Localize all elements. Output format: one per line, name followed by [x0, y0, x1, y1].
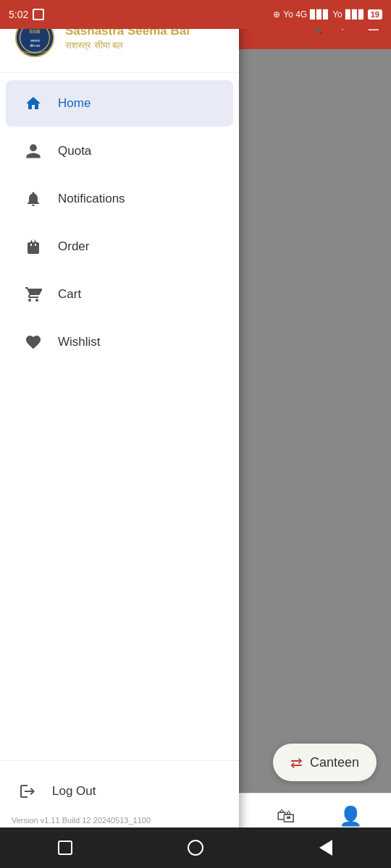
signal-bars: ▊▊▊ [310, 9, 329, 20]
network-yo: Yo [332, 9, 342, 20]
drawer-nav: Home Quota Notifications [0, 73, 239, 760]
square-icon [58, 841, 72, 855]
wishlist-nav-icon [23, 332, 43, 352]
nav-label-cart: Cart [58, 287, 81, 302]
nav-label-order: Order [58, 239, 89, 254]
back-icon [319, 840, 332, 856]
logout-label: Log Out [52, 784, 96, 799]
canteen-label: Canteen [310, 755, 359, 770]
ssb-subtitle: सशस्त्र सीमा बल [65, 40, 190, 51]
nav-label-home: Home [58, 96, 91, 111]
nav-back-button[interactable] [311, 833, 340, 862]
nav-home-button[interactable] [181, 833, 210, 862]
nav-item-home[interactable]: Home [6, 80, 233, 127]
canteen-fab[interactable]: ⇄ Canteen [273, 744, 377, 781]
status-icon [33, 9, 44, 20]
status-right: ⊕ Yo 4G ▊▊▊ Yo ▊▊▊ 19 [273, 9, 382, 20]
battery-icon: 19 [368, 9, 382, 20]
nav-item-cart[interactable]: Cart [6, 271, 233, 318]
nav-label-quota: Quota [58, 144, 91, 158]
signal-icon: ⊕ [273, 9, 280, 20]
signal-bars-2: ▊▊▊ [345, 9, 365, 20]
android-nav-bar [0, 827, 391, 868]
nav-item-wishlist[interactable]: Wishlist [6, 319, 233, 365]
nav-item-notifications[interactable]: Notifications [6, 176, 233, 222]
svg-text:SSB: SSB [29, 28, 41, 35]
bottom-profile-icon[interactable]: 👤 [339, 805, 362, 827]
circle-icon [188, 840, 203, 856]
status-bar: 5:02 ⊕ Yo 4G ▊▊▊ Yo ▊▊▊ 19 [0, 0, 391, 29]
quota-icon [23, 141, 43, 161]
order-icon [23, 237, 43, 257]
nav-item-quota[interactable]: Quota [6, 128, 233, 174]
navigation-drawer: SSB सशस्त्र सीमा बल Sashastra Seema Bal … [0, 0, 239, 839]
nav-square-button[interactable] [51, 833, 80, 862]
home-icon [23, 93, 43, 114]
nav-item-order[interactable]: Order [6, 224, 233, 270]
canteen-icon: ⇄ [290, 754, 303, 771]
svg-text:सीमा बल: सीमा बल [29, 43, 41, 48]
cart-nav-icon [23, 284, 43, 305]
logout-item[interactable]: Log Out [0, 770, 239, 813]
nav-label-wishlist: Wishlist [58, 335, 101, 349]
network-4g: Yo 4G [283, 9, 307, 20]
logout-icon [17, 781, 38, 801]
bottom-cart-icon[interactable]: 🛍 [277, 805, 295, 827]
status-time: 5:02 [9, 9, 28, 20]
nav-label-notifications: Notifications [58, 192, 125, 206]
notifications-icon [23, 189, 43, 209]
